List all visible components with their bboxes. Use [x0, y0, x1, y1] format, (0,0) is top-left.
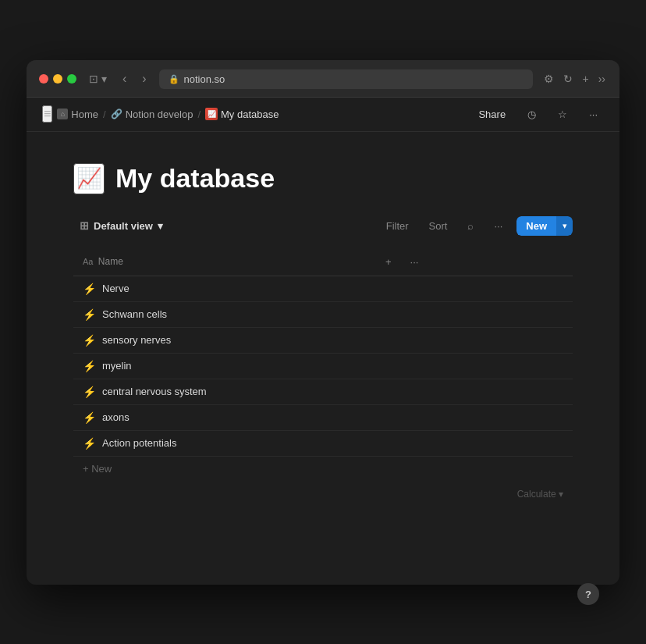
- table-row[interactable]: ⚡Nerve: [73, 276, 573, 301]
- row-emoji-icon: ⚡: [83, 411, 96, 424]
- page-title-row: 📈 My database: [73, 163, 573, 194]
- table-header-actions: + ···: [370, 248, 573, 276]
- maximize-button[interactable]: [67, 74, 76, 84]
- table-row[interactable]: ⚡Schwann cells: [73, 301, 573, 327]
- table-row-name: ⚡myelin: [73, 353, 370, 379]
- close-button[interactable]: [39, 74, 48, 84]
- history-button[interactable]: ◷: [521, 105, 542, 123]
- table-icon: ⊞: [80, 219, 89, 232]
- header-actions: Share ◷ ☆ ···: [472, 105, 604, 123]
- breadcrumb-home[interactable]: ⌂ Home: [57, 109, 98, 120]
- breadcrumb-sep1: /: [103, 109, 106, 120]
- hamburger-menu-button[interactable]: ≡: [42, 105, 52, 123]
- row-name-text: axons: [102, 411, 130, 423]
- search-button[interactable]: ⌕: [461, 217, 480, 235]
- new-row-button[interactable]: + New: [73, 457, 573, 481]
- table-row-name: ⚡Schwann cells: [73, 301, 370, 327]
- workspace-label: Notion develop: [126, 109, 193, 120]
- breadcrumb: ≡ ⌂ Home / 🔗 Notion develop / 📈 My datab…: [42, 105, 279, 123]
- row-name-text: Nerve: [102, 283, 130, 294]
- page-content: 📈 My database ⊞ Default view ▾ Filter So…: [27, 132, 619, 585]
- table-row-name: ⚡Nerve: [73, 276, 370, 301]
- table-row[interactable]: ⚡sensory nerves: [73, 327, 573, 353]
- help-button[interactable]: ?: [577, 583, 599, 605]
- browser-actions: ⚙ ↻ + ››: [542, 71, 607, 87]
- table-row-name: ⚡central nervous system: [73, 379, 370, 404]
- database-toolbar: ⊞ Default view ▾ Filter Sort ⌕ ··· New ▾: [73, 216, 573, 236]
- translate-icon[interactable]: ⚙: [542, 71, 555, 87]
- address-bar[interactable]: 🔒 notion.so: [159, 69, 534, 89]
- refresh-icon[interactable]: ↻: [562, 71, 574, 87]
- column-more-button[interactable]: ···: [404, 253, 425, 271]
- new-tab-icon[interactable]: +: [580, 71, 590, 87]
- table-row[interactable]: ⚡Action potentials: [73, 430, 573, 456]
- new-button[interactable]: New: [516, 216, 556, 236]
- filter-button[interactable]: Filter: [380, 217, 415, 235]
- link-icon: 🔗: [111, 109, 122, 119]
- row-name-text: Action potentials: [102, 437, 176, 449]
- browser-window: ⊡ ▾ ‹ › 🔒 notion.so ⚙ ↻ + ›› ≡ ⌂ Home / …: [27, 60, 619, 585]
- toolbar-more-button[interactable]: ···: [488, 217, 509, 235]
- table-row-extra: [370, 327, 573, 353]
- add-column-button[interactable]: +: [379, 253, 398, 271]
- current-page-label: My database: [221, 109, 279, 120]
- row-emoji-icon: ⚡: [83, 334, 96, 347]
- table-row[interactable]: ⚡axons: [73, 404, 573, 430]
- sidebar-toggle-button[interactable]: ⊡ ▾: [86, 71, 110, 87]
- home-icon: ⌂: [57, 109, 68, 119]
- breadcrumb-current-page[interactable]: 📈 My database: [205, 108, 279, 120]
- view-chevron-icon: ▾: [158, 220, 163, 232]
- breadcrumb-workspace[interactable]: 🔗 Notion develop: [111, 109, 193, 120]
- app-header: ≡ ⌂ Home / 🔗 Notion develop / 📈 My datab…: [27, 98, 619, 132]
- view-label: Default view: [94, 220, 153, 232]
- more-options-button[interactable]: ···: [583, 105, 604, 123]
- table-row-name: ⚡Action potentials: [73, 430, 370, 456]
- row-emoji-icon: ⚡: [83, 360, 96, 372]
- minimize-button[interactable]: [53, 74, 62, 84]
- url-text: notion.so: [184, 73, 225, 85]
- database-icon-small: 📈: [205, 108, 218, 120]
- title-bar: ⊡ ▾ ‹ › 🔒 notion.so ⚙ ↻ + ››: [27, 60, 619, 98]
- back-button[interactable]: ‹: [119, 70, 130, 87]
- database-table: Aa Name + ··· ⚡Nerve⚡Schwann cells⚡senso…: [73, 248, 573, 457]
- new-button-group: New ▾: [516, 216, 573, 236]
- row-name-text: Schwann cells: [102, 308, 167, 320]
- extensions-icon[interactable]: ››: [597, 71, 607, 87]
- name-col-label: Name: [98, 256, 123, 267]
- page-title: My database: [115, 163, 275, 194]
- new-button-dropdown[interactable]: ▾: [556, 216, 573, 236]
- row-name-text: myelin: [102, 360, 132, 372]
- table-header: Aa Name + ···: [73, 248, 573, 276]
- lock-icon: 🔒: [169, 74, 179, 84]
- page-icon: 📈: [73, 163, 105, 194]
- table-row-name: ⚡axons: [73, 404, 370, 430]
- forward-button[interactable]: ›: [139, 70, 149, 87]
- home-label: Home: [71, 109, 98, 120]
- row-emoji-icon: ⚡: [83, 308, 96, 321]
- row-emoji-icon: ⚡: [83, 437, 96, 450]
- row-name-text: sensory nerves: [102, 334, 171, 346]
- table-row-extra: [370, 404, 573, 430]
- favorite-button[interactable]: ☆: [552, 105, 573, 123]
- table-row-extra: [370, 276, 573, 301]
- table-body: ⚡Nerve⚡Schwann cells⚡sensory nerves⚡myel…: [73, 276, 573, 456]
- row-name-text: central nervous system: [102, 386, 207, 397]
- share-button[interactable]: Share: [472, 105, 512, 123]
- name-column-header: Aa Name: [73, 248, 370, 276]
- table-row-name: ⚡sensory nerves: [73, 327, 370, 353]
- calculate-button[interactable]: Calculate ▾: [73, 481, 573, 507]
- breadcrumb-sep2: /: [197, 109, 201, 120]
- table-row[interactable]: ⚡myelin: [73, 353, 573, 379]
- traffic-lights: [39, 74, 76, 84]
- table-row-extra: [370, 301, 573, 327]
- row-emoji-icon: ⚡: [83, 386, 96, 398]
- row-emoji-icon: ⚡: [83, 283, 96, 295]
- table-row-extra: [370, 430, 573, 456]
- sort-button[interactable]: Sort: [423, 217, 454, 235]
- table-row[interactable]: ⚡central nervous system: [73, 379, 573, 404]
- table-row-extra: [370, 379, 573, 404]
- view-selector[interactable]: ⊞ Default view ▾: [73, 216, 169, 235]
- table-row-extra: [370, 353, 573, 379]
